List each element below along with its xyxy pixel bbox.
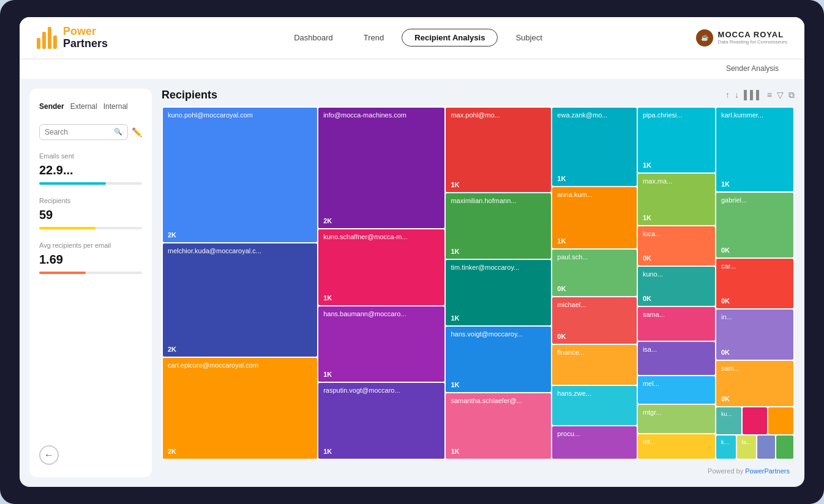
treemap-cell-mel[interactable]: mel... <box>638 376 715 404</box>
treemap-cell-ku-5[interactable]: ku... <box>716 407 741 434</box>
cell-label: gabriel... <box>721 196 788 204</box>
cell-label: carl.epicure@moccaroyal.com <box>168 361 312 369</box>
treemap-cell-samantha[interactable]: samantha.schlaefer@... 1K <box>446 393 551 459</box>
treemap-cell-ewa-zank[interactable]: ewa.zank@mo... 1K <box>552 108 637 187</box>
treemap-cell-luca[interactable]: luca... 0K <box>638 226 715 265</box>
cell-label: procu... <box>557 430 632 437</box>
expand-icon[interactable]: ⧉ <box>788 90 795 100</box>
cell-label: kuno.pohl@moccaroyal.com <box>168 111 312 119</box>
treemap-cell-max-ma[interactable]: max.ma... 1K <box>638 174 715 224</box>
treemap-cell-gabriel[interactable]: gabriel... 0K <box>716 193 793 258</box>
treemap-cell-paul-sch[interactable]: paul.sch... 0K <box>552 250 637 296</box>
cell-label: isa... <box>643 346 710 353</box>
treemap-cell-hans-zwe[interactable]: hans.zwe... <box>552 386 637 426</box>
treemap-cell-sam-5[interactable]: sam... 0K <box>716 361 793 407</box>
edit-icon[interactable]: ✏️ <box>132 127 142 137</box>
treemap-cell-carl[interactable]: carl.epicure@moccaroyal.com 2K <box>163 358 317 459</box>
stat-emails-value: 22.9... <box>39 163 142 177</box>
search-box[interactable]: 🔍 <box>39 124 128 140</box>
treemap-cell-kuno-4[interactable]: kuno... 0K <box>638 267 715 306</box>
cell-label: pipa.chriesi... <box>643 111 710 119</box>
treemap-cell-isa[interactable]: isa... <box>638 342 715 376</box>
cell-label: max.pohl@mo... <box>451 111 546 119</box>
tab-trend[interactable]: Trend <box>351 29 397 46</box>
cell-label: melchior.kuda@moccaroyal.c... <box>168 247 312 254</box>
filter-sender[interactable]: Sender <box>39 101 64 112</box>
stat-recipients-label: Recipients <box>39 197 142 204</box>
stat-emails-bar-bg <box>39 182 142 185</box>
stat-avg-label: Avg recipients per email <box>39 242 142 249</box>
cell-label: sam... <box>721 365 788 372</box>
cell-value: 0K <box>557 285 566 292</box>
cell-label: fa... <box>742 439 752 445</box>
treemap-cell-info[interactable]: info@mocca-machines.com 2K <box>318 108 444 229</box>
cell-label: sama... <box>643 311 710 318</box>
treemap-cell-mt[interactable]: mt... <box>638 434 715 459</box>
bar-chart-icon[interactable]: ▌▌▌ <box>744 90 762 100</box>
tab-dashboard[interactable]: Dashboard <box>281 29 346 46</box>
search-input[interactable] <box>45 128 110 136</box>
device-frame: Power Partners Dashboard Trend Recipient… <box>0 0 824 504</box>
treemap-cell-pipa[interactable]: pipa.chriesi... 1K <box>638 108 715 173</box>
treemap-cell-finance[interactable]: finance... <box>552 345 637 385</box>
list-icon[interactable]: ≡ <box>767 90 772 100</box>
sort-desc-icon[interactable]: ↓ <box>735 90 739 100</box>
treemap-cell-tiny1[interactable] <box>757 435 774 459</box>
cell-label: anna.kum... <box>557 191 632 198</box>
treemap-cell-michael[interactable]: michael... 0K <box>552 297 637 344</box>
filter-internal[interactable]: Internal <box>103 101 128 112</box>
filter-icon[interactable]: ▽ <box>777 90 784 100</box>
treemap-cell-hans-voigt[interactable]: hans.voigt@moccaroy... 1K <box>446 327 551 392</box>
stat-emails-bar <box>39 182 106 185</box>
treemap-cell-fa[interactable]: fa... <box>737 435 757 459</box>
sub-nav-row: Sender Analysis <box>20 59 804 79</box>
treemap-cell-melchior[interactable]: melchior.kuda@moccaroyal.c... 2K <box>163 243 317 357</box>
cell-value: 0K <box>721 349 730 356</box>
treemap-cell-rasputin[interactable]: rasputin.vogt@moccaro... 1K <box>318 383 444 459</box>
treemap-cell-anna-kum[interactable]: anna.kum... 1K <box>552 187 637 248</box>
stat-avg-bar-bg <box>39 272 142 274</box>
treemap-cell-tiny2[interactable] <box>776 435 793 459</box>
stat-recipients-bar-bg <box>39 227 142 229</box>
cell-value: 0K <box>721 246 730 254</box>
treemap-cell-hans-baumann[interactable]: hans.baumann@moccaro... 1K <box>318 306 444 382</box>
treemap-cell-kuno-schaffner[interactable]: kuno.schaffner@mocca-m... 1K <box>318 229 444 305</box>
footer-link[interactable]: PowerPartners <box>745 467 790 475</box>
cell-value: 2K <box>168 346 176 353</box>
treemap-cell-mtgr[interactable]: mtgr... <box>638 405 715 432</box>
tab-sender-analysis[interactable]: Sender Analysis <box>717 62 787 75</box>
logo-power: Power <box>63 26 108 38</box>
tab-recipient-analysis[interactable]: Recipient Analysis <box>402 29 498 46</box>
filter-external[interactable]: External <box>70 101 97 112</box>
treemap-col-3: ewa.zank@mo... 1K anna.kum... 1K paul.sc… <box>552 108 637 459</box>
cell-value: 0K <box>557 333 566 340</box>
treemap-cell-mini1[interactable] <box>743 407 768 434</box>
treemap-cell-in[interactable]: in... 0K <box>716 309 793 359</box>
sort-asc-icon[interactable]: ↑ <box>725 90 730 100</box>
stat-recipients-bar <box>39 227 96 229</box>
treemap-cell-kuno-pohl[interactable]: kuno.pohl@moccaroyal.com 2K <box>163 108 317 242</box>
treemap-cell-sama[interactable]: sama... <box>638 307 715 341</box>
cell-label: mtgr... <box>643 409 710 416</box>
treemap-cell-car[interactable]: car... 0K <box>716 259 793 308</box>
stat-recipients-value: 59 <box>39 208 142 222</box>
cell-value: 1K <box>643 161 651 169</box>
treemap-cell-karl[interactable]: karl.kummer... 1K <box>716 108 793 192</box>
treemap-cell-procu[interactable]: procu... <box>552 426 637 459</box>
cell-value: 1K <box>451 381 459 388</box>
back-button[interactable]: ← <box>39 445 59 465</box>
main-content: Sender External Internal 🔍 ✏️ Emails sen… <box>20 79 804 487</box>
treemap-cell-ku2[interactable]: ku... <box>716 435 736 459</box>
treemap-cell-maximilian[interactable]: maximilian.hofmann... 1K <box>446 193 551 259</box>
cell-value: 1K <box>451 314 459 322</box>
tab-subject[interactable]: Subject <box>503 29 555 46</box>
chart-area: Recipients ↑ ↓ ▌▌▌ ≡ ▽ ⧉ <box>162 89 795 477</box>
cell-label: in... <box>721 313 788 321</box>
cell-label: michael... <box>557 301 632 308</box>
treemap-cell-tim-tinker[interactable]: tim.tinker@moccaroy... 1K <box>446 260 551 325</box>
treemap-cell-max-pohl[interactable]: max.pohl@mo... 1K <box>446 108 551 193</box>
treemap-cell-mini2[interactable] <box>768 407 793 434</box>
chart-title: Recipients <box>162 89 217 102</box>
brand-name: MOCCA ROYAL <box>718 31 787 39</box>
chart-actions: ↑ ↓ ▌▌▌ ≡ ▽ ⧉ <box>725 90 795 100</box>
